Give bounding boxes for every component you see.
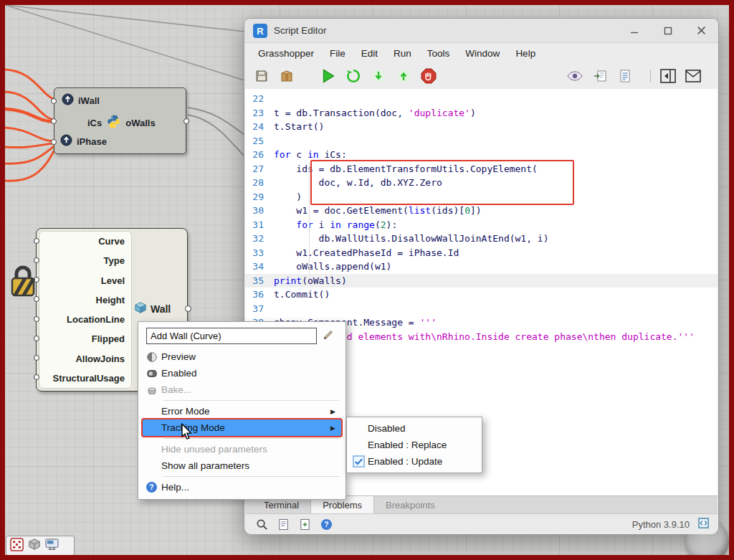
input-grip-locationline[interactable] [34, 316, 39, 322]
rename-pen-icon [323, 329, 334, 343]
new-doc-icon[interactable] [297, 516, 313, 532]
python-component[interactable]: iWall iCs oWalls iPhase [54, 87, 186, 154]
run-icon[interactable] [320, 67, 337, 85]
component-name-input[interactable] [146, 328, 317, 344]
save-icon[interactable] [253, 67, 270, 85]
line-number: 36 [245, 288, 274, 302]
toolbar-separator [650, 70, 651, 82]
menu-edit[interactable]: Edit [353, 46, 386, 61]
gray-wire [5, 5, 244, 32]
eye-icon[interactable] [566, 67, 583, 85]
monitor-icon[interactable] [45, 538, 59, 554]
search-icon[interactable] [254, 516, 270, 532]
code-line: 25 [245, 134, 718, 148]
line-number: 24 [245, 120, 274, 134]
menu-file[interactable]: File [322, 46, 353, 61]
context-item-tracking-mode[interactable]: Tracking Mode▶ [142, 419, 342, 436]
open-editor-icon[interactable] [698, 518, 709, 531]
report-icon[interactable] [616, 67, 634, 85]
messages-icon[interactable] [685, 67, 702, 85]
context-item-show-all-parameters[interactable]: Show all parameters [142, 457, 342, 474]
input-grip-iwall[interactable] [51, 98, 57, 104]
code-line: 22 [245, 92, 718, 106]
step-down-icon[interactable] [370, 67, 387, 85]
title-bar[interactable]: R Script Editor [244, 19, 718, 43]
code-line: 35print(oWalls) [245, 274, 718, 288]
submenu-item-enabled-update[interactable]: Enabled : Update [350, 453, 479, 470]
input-grip-flipped[interactable] [34, 336, 39, 341]
python-input-label: iPhase [77, 136, 107, 147]
input-grip-ics[interactable] [51, 118, 57, 124]
context-item-bake[interactable]: Bake... [142, 381, 342, 398]
input-grip-allowjoins[interactable] [34, 355, 39, 361]
code-line: 33 w1.CreatedPhaseId = iPhase.Id [245, 246, 718, 260]
submenu-item-enabled-replace[interactable]: Enabled : Replace [350, 437, 479, 453]
svg-text:?: ? [149, 483, 153, 491]
step-up-icon[interactable] [395, 67, 412, 85]
context-item-help[interactable]: ?Help... [142, 479, 342, 495]
execute-icon[interactable] [345, 67, 362, 85]
line-number: 25 [245, 134, 274, 148]
checkbox-checked-icon [350, 455, 368, 468]
maximize-button[interactable] [651, 19, 685, 42]
stop-icon[interactable] [420, 67, 437, 85]
line-number: 35 [245, 274, 274, 288]
menu-bar: GrasshopperFileEditRunToolsWindowHelp [244, 43, 718, 63]
code-lines: 2223t = db.Transaction(doc, 'duplicate')… [245, 92, 718, 343]
code-line: 26for c in iCs: [245, 148, 718, 162]
minimize-button[interactable] [617, 19, 651, 42]
wall-cube-icon [134, 301, 147, 317]
submenu-item-disabled[interactable]: Disabled [350, 420, 479, 437]
orange-wire [5, 70, 57, 100]
wall-param-curve: Curve [39, 232, 131, 250]
input-grip-curve[interactable] [34, 238, 39, 244]
python-version-label: Python 3.9.10 [632, 519, 690, 530]
package-icon[interactable] [278, 67, 295, 85]
help-icon[interactable]: ? [318, 516, 334, 532]
cube-icon[interactable] [28, 538, 41, 554]
line-number: 29 [245, 190, 274, 204]
python-output-label: oWalls [125, 118, 155, 128]
wall-param-allowjoins: AllowJoins [39, 350, 131, 368]
die-icon[interactable] [10, 538, 24, 554]
line-number: 27 [245, 162, 274, 176]
context-item-enabled[interactable]: Enabled [142, 365, 342, 381]
menu-tools[interactable]: Tools [419, 46, 458, 61]
menu-separator [163, 476, 339, 477]
script-editor-app-icon: R [253, 24, 267, 38]
context-item-preview[interactable]: Preview [142, 348, 342, 365]
status-bar-icons: ? [254, 516, 340, 532]
component-context-menu: PreviewEnabledBake...Error Mode▶Tracking… [138, 321, 346, 500]
menu-window[interactable]: Window [457, 46, 507, 61]
code-line: 31 for i in range(2): [245, 218, 718, 232]
python-logo-icon [106, 114, 121, 131]
submenu-arrow-icon: ▶ [330, 424, 335, 432]
help-icon: ? [142, 481, 161, 493]
collapse-panel-icon[interactable] [659, 67, 677, 85]
close-button[interactable] [685, 19, 718, 42]
code-line: 36t.Commit() [245, 288, 718, 302]
output-grip-wall[interactable] [185, 305, 191, 312]
tracking-submenu-items: DisabledEnabled : ReplaceEnabled : Updat… [350, 420, 479, 470]
menu-grasshopper[interactable]: Grasshopper [250, 46, 322, 61]
tab-breakpoints[interactable]: Breakpoints [374, 496, 447, 513]
insert-snippet-icon[interactable] [591, 67, 609, 85]
context-item-hide-unused-parameters[interactable]: Hide unused parameters [142, 441, 342, 457]
input-grip-iphase[interactable] [51, 139, 57, 145]
output-grip-owalls[interactable] [184, 118, 189, 124]
enabled-icon [142, 368, 161, 379]
line-number: 37 [245, 302, 274, 316]
code-line: 37 [245, 302, 718, 316]
wall-component-label: Wall [151, 303, 171, 315]
python-input-label: iWall [78, 95, 100, 106]
orange-wire [5, 128, 57, 141]
orange-wire [5, 92, 56, 120]
gray-wire [188, 108, 244, 135]
menu-run[interactable]: Run [386, 46, 419, 61]
context-item-error-mode[interactable]: Error Mode▶ [142, 403, 342, 419]
export-doc-icon[interactable] [275, 516, 291, 532]
input-grip-structuralusage[interactable] [34, 374, 39, 380]
menu-help[interactable]: Help [507, 46, 543, 61]
preview-icon [142, 351, 161, 363]
line-number: 33 [245, 246, 274, 260]
